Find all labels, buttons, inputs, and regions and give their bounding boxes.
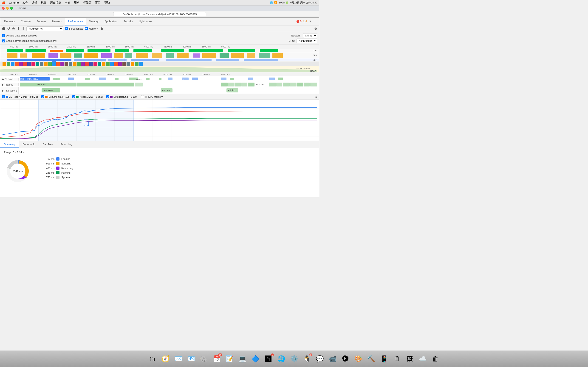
network-track-label[interactable]: ▶ Network [0, 78, 19, 81]
svg-rect-100 [192, 77, 198, 80]
menu-help[interactable]: 帮助 [104, 1, 110, 5]
menu-file[interactable]: 文件 [23, 1, 28, 5]
tab-call-tree[interactable]: Call Tree [39, 141, 57, 148]
svg-rect-106 [20, 83, 76, 86]
tab-performance[interactable]: Performance [65, 18, 86, 25]
nodes-legend[interactable]: Nodes[3 268 – 6 850] [72, 95, 103, 98]
devtools-settings-icon[interactable]: ⚙ [308, 19, 312, 23]
gpu-legend[interactable]: GPU Memory [141, 95, 163, 98]
flamechart-area[interactable]: FPS [0, 49, 319, 72]
clear-button[interactable]: 🗑 [100, 27, 103, 31]
tab-elements[interactable]: Elements [1, 18, 18, 25]
summary-content: 6141 ms 67 ms Loading 919 ms Scripting 4… [4, 157, 315, 185]
svg-rect-60 [61, 62, 64, 66]
svg-rect-52 [27, 62, 31, 66]
disable-js-checkbox-label[interactable]: Disable JavaScript samples [2, 34, 37, 37]
menu-edit[interactable]: 编辑 [32, 1, 37, 5]
listeners-legend[interactable]: Listeners[768 – 1 130] [106, 95, 137, 98]
screenshots-checkbox[interactable] [65, 27, 68, 30]
ruler-5500: 5500 ms [202, 45, 211, 48]
cpu-select[interactable]: No throttling [296, 39, 317, 43]
tab-event-log[interactable]: Event Log [57, 141, 76, 148]
gpu-label: GPU Memory [148, 95, 163, 98]
network-select[interactable]: Online [303, 33, 317, 38]
mac-menubar: 🍎 Chrome 文件 编辑 视图 历史记录 书签 用户 标签页 窗口 帮助 🌐… [0, 0, 319, 6]
svg-rect-47 [7, 62, 10, 66]
js-heap-checkbox[interactable] [2, 95, 5, 98]
svg-text:701.3 ms: 701.3 ms [255, 83, 264, 86]
screenshots-checkbox-label[interactable]: Screenshots [65, 27, 83, 30]
gpu-checkbox[interactable] [141, 95, 144, 98]
nodes-checkbox[interactable] [72, 95, 75, 98]
record-button[interactable] [2, 27, 5, 30]
interactions-track-label[interactable]: ▶ Interactions [0, 87, 19, 94]
memory-legend: JS Heap[4.2 MB – 8.8 MB] Documents[3 – 1… [0, 94, 319, 100]
menu-user[interactable]: 用户 [74, 1, 79, 5]
menu-tabs[interactable]: 标签页 [83, 1, 91, 5]
ruler-6000: 6000 ms [221, 45, 230, 48]
disable-js-checkbox[interactable] [2, 34, 5, 37]
performance-settings-icon[interactable]: ⚙ [314, 27, 317, 31]
listeners-checkbox[interactable] [106, 95, 109, 98]
svg-rect-29 [202, 53, 216, 58]
svg-rect-43 [244, 59, 278, 61]
timeline-overview[interactable]: 500 ms 1000 ms 1500 ms 2000 ms 2500 ms 3… [0, 45, 319, 72]
js-heap-legend[interactable]: JS Heap[4.2 MB – 8.8 MB] [2, 95, 38, 98]
svg-rect-32 [247, 53, 255, 58]
rendering-color [56, 167, 60, 170]
svg-rect-7 [133, 49, 152, 52]
svg-rect-68 [94, 62, 97, 66]
svg-rect-77 [131, 62, 134, 66]
tab-bottom-up[interactable]: Bottom-Up [19, 141, 39, 148]
tab-summary[interactable]: Summary [0, 141, 19, 148]
interactions-label-text: Interactions [5, 89, 17, 92]
svg-rect-76 [127, 62, 130, 66]
svg-rect-41 [166, 59, 212, 61]
devtools-more-icon[interactable]: ⋮ [313, 19, 317, 23]
ruler-1000: 1000 ms [29, 45, 38, 48]
svg-rect-62 [69, 62, 72, 66]
enable-paint-checkbox-label[interactable]: Enable advanced paint instrumentation (s… [2, 40, 57, 42]
download-button[interactable]: ⬇ [22, 26, 25, 31]
svg-rect-34 [272, 53, 283, 58]
frames-track[interactable]: ▶ Frames 456.5 ms 701.3 ms [0, 82, 319, 87]
menu-chrome[interactable]: Chrome [9, 1, 19, 4]
tab-memory[interactable]: Memory [86, 18, 101, 25]
url-select[interactable]: m.jd.com #6 [26, 26, 63, 31]
documents-legend[interactable]: Documents[3 – 10] [41, 95, 69, 98]
tab-security[interactable]: Security [121, 18, 136, 25]
menu-history[interactable]: 历史记录 [50, 1, 61, 5]
memory-checkbox-label[interactable]: Memory [85, 27, 98, 30]
tab-network[interactable]: Network [49, 18, 65, 25]
screenshots-label: Screenshots [69, 27, 83, 30]
svg-rect-87 [52, 78, 57, 80]
reload-button[interactable]: ↺ [7, 26, 10, 31]
svg-rect-3 [50, 50, 63, 52]
menu-bookmarks[interactable]: 书签 [65, 1, 70, 5]
menu-view[interactable]: 视图 [41, 1, 46, 5]
network-expand-icon: ▶ [2, 78, 4, 81]
svg-rect-42 [216, 59, 239, 61]
stop-button[interactable]: ⊗ [12, 26, 15, 31]
maximize-button[interactable] [10, 7, 13, 10]
tab-sources[interactable]: Sources [34, 18, 49, 25]
upload-button[interactable]: ⬆ [17, 26, 20, 31]
tab-application[interactable]: Application [102, 18, 120, 25]
ruler-500: 500 ms [10, 45, 18, 48]
frames-track-label[interactable]: ▶ Frames [0, 83, 19, 86]
close-button[interactable] [2, 7, 5, 10]
svg-rect-91 [99, 77, 106, 80]
documents-checkbox[interactable] [41, 95, 44, 98]
enable-paint-checkbox[interactable] [2, 40, 5, 42]
interactions-track[interactable]: ▶ Interactions Animation Ani...ion Ani..… [0, 87, 319, 94]
svg-text:CPU: CPU [313, 54, 317, 56]
network-track[interactable]: ▶ Network m.jd.com/ (m.jd.co... biz.js..… [0, 76, 319, 82]
menu-window[interactable]: 窗口 [95, 1, 101, 5]
tab-lighthouse[interactable]: Lighthouse [136, 18, 155, 25]
tab-console[interactable]: Console [18, 18, 33, 25]
memory-checkbox[interactable] [85, 27, 88, 30]
memory-legend-menu[interactable]: ≡ [315, 95, 317, 99]
memory-chart[interactable] [0, 100, 319, 141]
apple-menu[interactable]: 🍎 [2, 1, 5, 4]
minimize-button[interactable] [6, 7, 9, 10]
